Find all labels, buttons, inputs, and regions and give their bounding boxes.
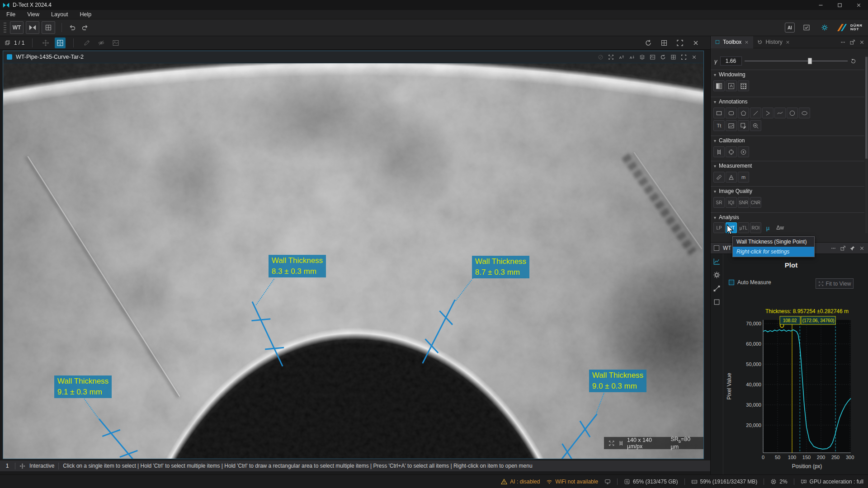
wall-thickness-plot[interactable]: 70,00060,00050,00040,00030,00020,0000501… xyxy=(726,296,864,472)
section-image-quality[interactable]: ▾Image Quality xyxy=(711,186,864,196)
rounded-rectangle-annotation-tool[interactable] xyxy=(726,108,737,118)
layers-icon[interactable] xyxy=(639,54,645,60)
font-decrease-icon[interactable] xyxy=(629,54,635,60)
close-panel-icon[interactable] xyxy=(859,39,865,45)
report-check-button[interactable] xyxy=(800,21,813,34)
scrollbar-thumb[interactable] xyxy=(865,57,868,159)
delta-w-tool[interactable]: Δw xyxy=(774,222,786,233)
sr-tool[interactable]: SR xyxy=(713,197,725,208)
fullscreen-icon[interactable] xyxy=(681,54,687,60)
gamma-slider[interactable] xyxy=(745,56,848,66)
grid-icon[interactable] xyxy=(670,54,676,60)
popout-panel-icon[interactable] xyxy=(840,245,846,251)
point-calibration-tool[interactable] xyxy=(738,146,749,157)
roi-tool[interactable]: ROI xyxy=(750,222,761,233)
viewer-grid-button[interactable] xyxy=(659,38,670,48)
settings-gear-icon[interactable] xyxy=(713,271,721,279)
radiograph-canvas[interactable]: Wall Thickness 8.3 ± 0.3 mm Wall Thickne… xyxy=(3,63,703,459)
circle-annotation-tool[interactable] xyxy=(787,108,798,118)
tab-toolbox[interactable]: Toolbox xyxy=(711,36,753,48)
close-tab-icon[interactable] xyxy=(785,40,790,45)
text-annotation-tool[interactable]: Tt xyxy=(713,120,725,131)
viewer-close-button[interactable] xyxy=(690,38,701,48)
section-windowing[interactable]: ▾Windowing xyxy=(711,70,864,79)
magnifier-annotation-tool[interactable] xyxy=(750,120,761,131)
undo-button[interactable] xyxy=(66,21,79,34)
profile-line-icon[interactable] xyxy=(713,285,721,292)
pin-panel-icon[interactable] xyxy=(849,245,855,251)
target-calibration-tool[interactable] xyxy=(726,146,737,157)
pan-tool-button[interactable] xyxy=(40,38,51,48)
draw-tool-button[interactable] xyxy=(81,38,92,48)
polygon-annotation-tool[interactable] xyxy=(738,108,749,118)
section-calibration[interactable]: ▾Calibration xyxy=(711,136,864,145)
wall-thickness-label-3[interactable]: Wall Thickness 9.1 ± 0.3 mm xyxy=(54,375,112,398)
ellipse-annotation-tool[interactable] xyxy=(799,108,810,118)
slider-handle[interactable] xyxy=(808,58,812,64)
curve-annotation-tool[interactable] xyxy=(774,108,786,118)
rectangle-annotation-tool[interactable] xyxy=(713,108,725,118)
section-measurement[interactable]: ▾Measurement xyxy=(711,161,864,170)
image-overlay-icon[interactable] xyxy=(650,54,656,60)
mu-tool[interactable]: µ xyxy=(762,222,774,233)
wall-thickness-label-4[interactable]: Wall Thickness 9.0 ± 0.3 mm xyxy=(589,370,646,392)
wall-thickness-tool-button[interactable]: WT xyxy=(10,21,24,34)
maximize-button[interactable] xyxy=(830,0,849,10)
unit-measurement-tool[interactable]: m xyxy=(738,172,749,183)
font-increase-icon[interactable] xyxy=(618,54,624,60)
hide-annotations-button[interactable] xyxy=(96,38,107,48)
edit-annotation-tool[interactable] xyxy=(738,120,749,131)
more-options-icon[interactable] xyxy=(840,39,846,45)
image-annotation-tool[interactable] xyxy=(726,120,737,131)
viewer-refresh-button[interactable] xyxy=(643,38,654,48)
close-tab-icon[interactable] xyxy=(744,40,749,45)
section-analysis[interactable]: ▾Analysis xyxy=(711,212,864,222)
refresh-icon[interactable] xyxy=(660,54,666,60)
settings-button[interactable] xyxy=(818,21,831,34)
minimize-button[interactable] xyxy=(811,0,830,10)
dtect-x-tool-button[interactable] xyxy=(26,21,39,34)
menu-file[interactable]: File xyxy=(6,11,15,18)
ruler-calibration-tool[interactable] xyxy=(713,146,725,157)
snr-tool[interactable]: SNR xyxy=(738,197,749,208)
region-icon[interactable] xyxy=(713,298,721,306)
toolbox-scrollbar[interactable] xyxy=(865,56,868,233)
fit-to-view-button[interactable]: Fit to View xyxy=(816,278,854,289)
wall-thickness-label-1[interactable]: Wall Thickness 8.3 ± 0.3 mm xyxy=(269,255,326,277)
tab-history[interactable]: History xyxy=(753,36,794,48)
menu-view[interactable]: View xyxy=(27,11,39,18)
cnr-tool[interactable]: CNR xyxy=(750,197,761,208)
close-button[interactable] xyxy=(849,0,868,10)
layout-tool-button[interactable] xyxy=(42,21,55,34)
section-annotations[interactable]: ▾Annotations xyxy=(711,97,864,106)
close-icon[interactable] xyxy=(691,54,697,60)
mu-tl-tool[interactable]: µTL xyxy=(738,222,749,233)
close-panel-icon[interactable] xyxy=(859,245,865,251)
popout-panel-icon[interactable] xyxy=(849,39,855,45)
ai-tools-button[interactable]: AI xyxy=(785,23,795,33)
redo-button[interactable] xyxy=(79,21,91,34)
window-histogram-tool[interactable] xyxy=(738,80,749,91)
toolbar-grip[interactable] xyxy=(4,23,6,33)
fit-to-window-icon[interactable] xyxy=(608,54,614,60)
more-options-icon[interactable] xyxy=(830,245,836,251)
wt-panel-checkbox[interactable] xyxy=(714,245,719,251)
menu-layout[interactable]: Layout xyxy=(51,11,68,18)
window-gradient-tool[interactable] xyxy=(713,80,725,91)
line-profile-tool[interactable]: LP xyxy=(713,222,725,233)
iqi-tool[interactable]: IQI xyxy=(726,197,737,208)
frame-tool-button[interactable] xyxy=(110,38,121,48)
auto-measure-checkbox[interactable] xyxy=(729,280,734,285)
window-auto-tool[interactable]: A xyxy=(726,80,737,91)
line-annotation-tool[interactable] xyxy=(750,108,761,118)
plot-view-icon[interactable] xyxy=(713,258,721,265)
angle-annotation-tool[interactable] xyxy=(762,108,774,118)
viewer-maximize-button[interactable] xyxy=(675,38,685,48)
angle-measurement-tool[interactable] xyxy=(726,172,737,183)
select-tool-button[interactable] xyxy=(55,38,66,48)
distance-measurement-tool[interactable] xyxy=(713,172,725,183)
wall-thickness-label-2[interactable]: Wall Thickness 8.7 ± 0.3 mm xyxy=(472,256,529,278)
disabled-circle-icon[interactable] xyxy=(598,54,604,60)
reset-gamma-icon[interactable] xyxy=(850,58,856,64)
gamma-value-input[interactable]: 1.66 xyxy=(720,56,742,66)
